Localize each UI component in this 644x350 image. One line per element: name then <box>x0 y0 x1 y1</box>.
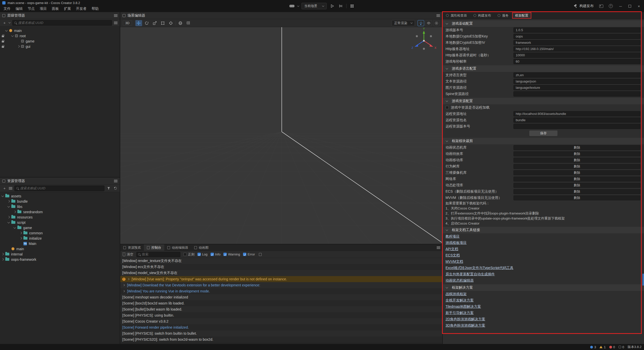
field-input[interactable]: 1.0.5 <box>513 27 640 33</box>
add-asset-button[interactable]: + <box>2 186 7 191</box>
panel-menu-icon[interactable] <box>437 246 440 249</box>
delete-button[interactable]: 删除 <box>513 177 640 182</box>
expand-caret-icon[interactable] <box>127 278 129 280</box>
log-row[interactable]: ![Window] [Vue warn]: Property "onInput"… <box>120 276 442 282</box>
tree-caret-icon[interactable] <box>14 211 16 213</box>
add-node-button[interactable]: + <box>2 21 7 25</box>
console-search-input[interactable] <box>142 252 179 256</box>
log-file-icon[interactable] <box>258 252 262 257</box>
help-icon[interactable]: ? <box>609 4 613 8</box>
log-row[interactable]: [Scene] [PHYSICS]: switch from builtin t… <box>120 330 442 336</box>
filter-Error[interactable]: Error <box>243 252 255 256</box>
tree-row-game[interactable]: game <box>0 225 120 230</box>
field-input[interactable]: framework <box>513 40 640 45</box>
tree-row-bundle[interactable]: bundle <box>0 199 120 204</box>
log-row[interactable]: [Window] You are running Vue in developm… <box>120 288 442 294</box>
remote-load-checkbox[interactable] <box>446 106 449 109</box>
panel-menu-icon[interactable] <box>436 14 440 17</box>
build-publish-button[interactable]: 构建发布 <box>574 4 594 8</box>
link-API文档[interactable]: API文档 <box>443 246 644 252</box>
scene-settings-gear-icon[interactable] <box>433 20 440 26</box>
filter-Log[interactable]: Log <box>197 252 208 256</box>
tree-row-initialize[interactable]: initialize <box>0 236 120 241</box>
section-header-框架模块裁剪[interactable]: 框架模块裁剪 <box>443 138 644 144</box>
tree-caret-icon[interactable] <box>8 216 10 218</box>
hierarchy-search[interactable] <box>12 20 112 26</box>
inspector-tab-属性检查器[interactable]: 属性检查器 <box>443 12 470 19</box>
link-教程项目[interactable]: 教程项目 <box>443 233 644 240</box>
filter-正则[interactable]: 正则 <box>183 252 194 257</box>
expand-caret-icon[interactable] <box>123 290 125 292</box>
field-input[interactable]: 10000 <box>513 53 640 58</box>
link-3D角色扮演游戏解决方案[interactable]: 3D角色扮演游戏解决方案 <box>443 322 644 329</box>
delete-button[interactable]: 删除 <box>513 170 640 175</box>
delete-button[interactable]: 删除 <box>513 145 640 150</box>
tree-caret-icon[interactable] <box>20 232 22 234</box>
log-row[interactable]: [Window] ecs文件夹不存在 <box>120 264 442 270</box>
field-input[interactable]: http://192.168.0.150/main/ <box>513 46 640 52</box>
render-mode-dropdown[interactable]: 正常渲染 <box>392 20 415 26</box>
lighting-toggle[interactable] <box>418 20 424 26</box>
section-header-游戏多语言配置[interactable]: 游戏多语言配置 <box>443 65 644 72</box>
link-战棋游戏框架[interactable]: 战棋游戏框架 <box>443 291 644 297</box>
tree-caret-icon[interactable] <box>2 194 4 197</box>
close-button[interactable]: × <box>638 4 640 8</box>
filter-Warning[interactable]: Warning <box>223 252 240 256</box>
device-icon[interactable] <box>289 3 295 9</box>
link-新手引导解决方案[interactable]: 新手引导解决方案 <box>443 310 644 316</box>
menu-item-5[interactable]: 扩展 <box>61 6 73 12</box>
add-caret-icon[interactable] <box>9 21 11 23</box>
tree-caret-icon[interactable] <box>5 29 8 31</box>
link-原生包热更新配置自动生成插件[interactable]: 原生包热更新配置自动生成插件 <box>443 271 644 277</box>
menu-item-6[interactable]: 开发者 <box>73 6 89 12</box>
tree-row-script[interactable]: script <box>0 220 120 225</box>
save-button[interactable]: 保存 <box>529 130 557 136</box>
field-input[interactable]: http://localhost:8083/assets/bundle <box>513 111 640 116</box>
link-2D角色扮演游戏解决方案[interactable]: 2D角色扮演游戏解决方案 <box>443 316 644 322</box>
axis-gizmo[interactable]: Y X Z <box>410 28 438 53</box>
menu-item-1[interactable]: 编辑 <box>13 6 25 12</box>
tree-row-main[interactable]: main <box>0 246 120 251</box>
delete-button[interactable]: 删除 <box>513 195 640 200</box>
tree-row-root[interactable]: root <box>0 33 120 38</box>
console-tab-动画编辑器[interactable]: 动画编辑器 <box>164 244 191 251</box>
scene-viewport[interactable]: Y X Z <box>120 27 442 244</box>
tree-caret-icon[interactable] <box>8 200 10 203</box>
inspector-tab-服务[interactable]: 服务 <box>494 12 512 19</box>
tree-caret-icon[interactable] <box>17 45 20 48</box>
link-MVVM文档[interactable]: MVVM文档 <box>443 258 644 265</box>
delete-button[interactable]: 删除 <box>513 189 640 194</box>
log-row[interactable]: [Window] model_view文件夹不存在 <box>120 270 442 276</box>
tree-row-Main[interactable]: TSMain <box>0 241 120 246</box>
menu-item-4[interactable]: 面板 <box>49 6 61 12</box>
tree-row-gui[interactable]: gui <box>0 44 120 49</box>
delete-button[interactable]: 删除 <box>513 164 640 169</box>
field-input[interactable]: bundle <box>513 117 640 123</box>
log-row[interactable]: [Scene] [PHYSICS]: using builtin. <box>120 312 442 318</box>
field-input[interactable]: language/texture <box>513 85 640 90</box>
snap-toggle[interactable] <box>185 20 192 26</box>
field-input[interactable]: zh,en <box>513 72 640 78</box>
task-count[interactable]: 0 <box>619 345 624 349</box>
world-local-toggle[interactable] <box>177 20 184 26</box>
link-游戏模板项目[interactable]: 游戏模板项目 <box>443 240 644 246</box>
assets-search[interactable] <box>14 186 104 191</box>
field-input[interactable]: language/json <box>513 79 640 84</box>
layout-grid-icon[interactable] <box>349 3 355 9</box>
field-input[interactable] <box>513 124 640 129</box>
delete-button[interactable]: 删除 <box>513 158 640 163</box>
tree-caret-icon[interactable] <box>8 221 10 223</box>
console-tab-资源预览[interactable]: 资源预览 <box>120 244 144 251</box>
menu-item-2[interactable]: 节点 <box>25 6 37 12</box>
gizmo-visibility-button[interactable] <box>425 20 432 26</box>
menu-item-3[interactable]: 项目 <box>37 6 49 12</box>
tree-caret-icon[interactable] <box>2 253 4 255</box>
tree-caret-icon[interactable] <box>14 226 16 229</box>
hierarchy-search-input[interactable] <box>18 21 110 25</box>
sort-icon[interactable] <box>9 187 12 190</box>
tree-row-assets[interactable]: assets <box>0 193 120 199</box>
link-全栈开发解决方案[interactable]: 全栈开发解决方案 <box>443 297 644 303</box>
menu-item-0[interactable]: 文件 <box>1 6 13 12</box>
console-tab-动画图[interactable]: 动画图 <box>191 244 212 251</box>
tree-row-common[interactable]: common <box>0 230 120 236</box>
